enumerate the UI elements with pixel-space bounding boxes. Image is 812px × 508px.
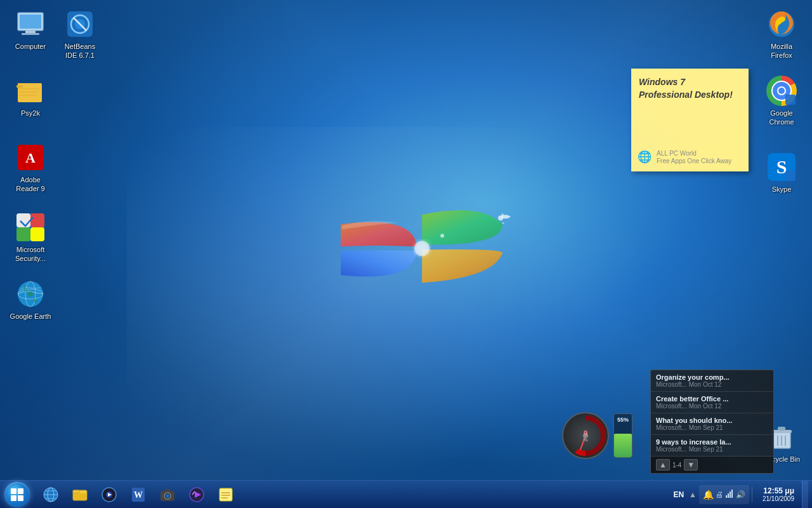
- svg-point-4: [440, 234, 444, 237]
- adobe-reader-icon[interactable]: A Adobe Reader 9: [6, 140, 55, 196]
- tray-separator: [752, 487, 752, 502]
- skype-label: Skype: [772, 185, 792, 194]
- svg-rect-24: [16, 227, 30, 241]
- desktop: Computer NetBeans IDE 6.7.1: [0, 0, 812, 508]
- svg-rect-23: [30, 213, 44, 227]
- taskbar-ie[interactable]: [37, 482, 65, 507]
- firefox-icon[interactable]: Mozilla Firefox: [757, 6, 806, 63]
- svg-rect-82: [731, 490, 733, 498]
- start-button[interactable]: [0, 481, 34, 509]
- news-meta-4: Microsoft... Mon Sep 21: [656, 446, 768, 453]
- adobe-reader-icon-img: A: [15, 142, 46, 173]
- taskbar-media-player[interactable]: [95, 482, 123, 507]
- computer-label: Computer: [15, 42, 46, 51]
- clock[interactable]: 12:55 μμ 21/10/2009: [755, 485, 799, 504]
- netbeans-icon-img: [65, 9, 95, 39]
- tray-volume-icon[interactable]: 🔊: [736, 490, 745, 499]
- taskbar-explorer[interactable]: [66, 482, 94, 507]
- language-indicator[interactable]: EN: [671, 490, 686, 499]
- chrome-icon-img: [766, 76, 797, 106]
- svg-rect-53: [11, 495, 16, 501]
- tray-notification-icon[interactable]: 🔔: [703, 490, 714, 500]
- news-prev-btn[interactable]: ▲: [656, 459, 670, 471]
- taskbar-sticky-notes[interactable]: [212, 482, 240, 507]
- news-item-2[interactable]: Create better Office ... Microsoft... Mo…: [651, 392, 773, 413]
- news-meta-2: Microsoft... Mon Oct 12: [656, 403, 768, 410]
- svg-rect-62: [74, 493, 86, 500]
- news-item-1[interactable]: Organize your comp... Microsoft... Mon O…: [651, 370, 773, 392]
- clock-date: 21/10/2009: [763, 495, 794, 502]
- svg-rect-79: [726, 495, 727, 498]
- google-earth-icon[interactable]: Google Earth: [6, 276, 55, 323]
- svg-rect-52: [18, 488, 23, 494]
- sticky-note-watermark: 🌐 ALL PC World Free Apps One Click Away: [638, 150, 731, 165]
- psy2k-icon-img: [15, 76, 46, 106]
- tray-arrow-up[interactable]: ▲: [689, 490, 697, 499]
- svg-point-29: [28, 291, 33, 297]
- taskbar-camera[interactable]: [154, 482, 181, 507]
- chrome-icon[interactable]: Google Chrome: [757, 73, 806, 130]
- svg-rect-75: [219, 488, 232, 501]
- show-desktop-button[interactable]: [802, 481, 808, 509]
- svg-rect-51: [11, 488, 16, 494]
- news-footer: ▲ 1-4 ▼: [651, 457, 773, 473]
- computer-icon[interactable]: Computer: [6, 6, 55, 53]
- svg-text:A: A: [25, 150, 36, 166]
- svg-rect-8: [22, 33, 39, 35]
- netbeans-icon[interactable]: NetBeans IDE 6.7.1: [56, 6, 104, 63]
- svg-rect-36: [785, 95, 796, 105]
- svg-point-3: [502, 222, 504, 224]
- svg-point-70: [166, 494, 169, 498]
- taskbar-word[interactable]: W: [124, 482, 152, 507]
- ms-security-icon[interactable]: Microsoft Security...: [6, 210, 55, 266]
- svg-rect-18: [18, 95, 36, 96]
- chrome-label: Google Chrome: [760, 109, 803, 127]
- tray-icons: 🔔 🖨 🔊: [699, 485, 749, 504]
- svg-rect-7: [25, 30, 36, 33]
- news-meta-1: Microsoft... Mon Oct 12: [656, 381, 768, 388]
- cpu-percent-label: 9 %: [583, 429, 587, 443]
- skype-icon[interactable]: S Skype: [757, 149, 806, 196]
- news-meta-3: Microsoft... Mon Sep 21: [656, 424, 768, 431]
- ms-security-icon-img: [15, 212, 46, 243]
- svg-text:W: W: [134, 490, 143, 500]
- svg-rect-54: [18, 495, 23, 501]
- start-orb: [4, 482, 30, 507]
- system-tray: EN ▲ 🔔 🖨 🔊 12:55 μμ 21/10/2009: [671, 481, 812, 508]
- news-next-btn[interactable]: ▼: [684, 459, 698, 471]
- news-page-indicator: 1-4: [672, 462, 681, 469]
- svg-rect-81: [730, 491, 731, 498]
- svg-rect-39: [785, 171, 796, 181]
- svg-rect-25: [30, 227, 44, 241]
- svg-rect-71: [165, 489, 170, 492]
- gauge-widget: 9 % 55%: [546, 398, 647, 474]
- skype-icon-img: S: [766, 152, 797, 182]
- taskbar-winamp[interactable]: [183, 482, 211, 507]
- volume-bar: 55%: [613, 413, 632, 458]
- computer-icon-img: [15, 9, 46, 39]
- svg-rect-61: [73, 490, 79, 493]
- taskbar: W: [0, 480, 812, 508]
- psy2k-icon[interactable]: Psy2k: [6, 73, 55, 120]
- svg-point-35: [778, 88, 785, 94]
- tray-print-icon[interactable]: 🖨: [716, 490, 723, 499]
- google-earth-label: Google Earth: [10, 312, 51, 321]
- firefox-label: Mozilla Firefox: [760, 42, 803, 60]
- svg-rect-80: [728, 493, 729, 498]
- svg-point-0: [414, 241, 429, 256]
- news-item-4[interactable]: 9 ways to increase la... Microsoft... Mo…: [651, 435, 773, 457]
- news-title-4: 9 ways to increase la...: [656, 438, 768, 446]
- svg-rect-17: [18, 91, 37, 93]
- news-nav: ▲ 1-4 ▼: [656, 459, 698, 471]
- firefox-icon-img: [766, 9, 797, 39]
- watermark-text: ALL PC World Free Apps One Click Away: [657, 150, 731, 165]
- news-title-3: What you should kno...: [656, 417, 768, 424]
- news-item-3[interactable]: What you should kno... Microsoft... Mon …: [651, 413, 773, 435]
- svg-rect-9: [20, 15, 41, 29]
- sticky-note-text: Windows 7 Professional Desktop!: [639, 76, 741, 101]
- adobe-reader-label: Adobe Reader 9: [9, 175, 52, 194]
- sticky-note: Windows 7 Professional Desktop! 🌐 ALL PC…: [631, 69, 749, 171]
- news-title-1: Organize your comp...: [656, 373, 768, 381]
- tray-network-icon[interactable]: [725, 489, 734, 500]
- ms-security-label: Microsoft Security...: [9, 245, 52, 264]
